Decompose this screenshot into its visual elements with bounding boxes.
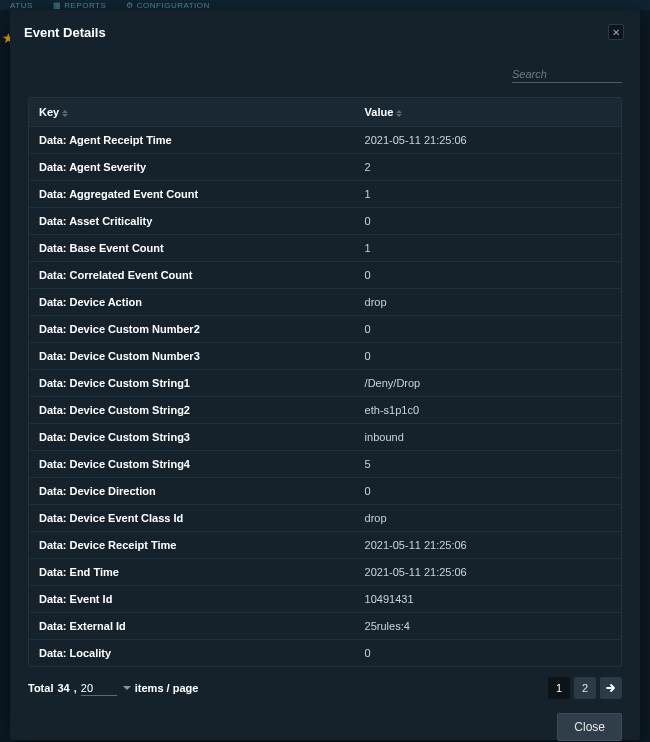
table-row: Data: Device Custom String3inbound: [29, 424, 621, 451]
close-button[interactable]: Close: [557, 713, 622, 741]
table-row: Data: Agent Receipt Time2021-05-11 21:25…: [29, 127, 621, 154]
row-key: Data: Event Id: [29, 586, 355, 613]
row-key: Data: Asset Criticality: [29, 208, 355, 235]
row-key: Data: Agent Severity: [29, 154, 355, 181]
row-key: Data: Device Custom String1: [29, 370, 355, 397]
nav-reports[interactable]: ▦ REPORTS: [53, 1, 107, 10]
row-value: 2: [355, 154, 621, 181]
table-row: Data: Device Custom String1/Deny/Drop: [29, 370, 621, 397]
row-key: Data: Locality: [29, 640, 355, 667]
page-size-select[interactable]: [81, 681, 117, 696]
row-value: 0: [355, 208, 621, 235]
page-button-1[interactable]: 1: [548, 677, 570, 699]
table-row: Data: Correlated Event Count0: [29, 262, 621, 289]
row-key: Data: Device Direction: [29, 478, 355, 505]
table-row: Data: Device Actiondrop: [29, 289, 621, 316]
close-icon[interactable]: ✕: [608, 24, 624, 40]
row-value: 0: [355, 640, 621, 667]
row-key: Data: Device Receipt Time: [29, 532, 355, 559]
nav-configuration[interactable]: ⚙ CONFIGURATION: [126, 1, 210, 10]
event-details-table: Key Value Data: Agent Receipt Time2021-0…: [28, 97, 622, 667]
row-key: Data: Device Custom Number3: [29, 343, 355, 370]
table-row: Data: Agent Severity2: [29, 154, 621, 181]
table-row: Data: External Id25rules:4: [29, 613, 621, 640]
table-row: Data: Asset Criticality0: [29, 208, 621, 235]
row-value: inbound: [355, 424, 621, 451]
row-value: 2021-05-11 21:25:06: [355, 559, 621, 586]
chevron-down-icon[interactable]: [123, 686, 131, 690]
page-button-2[interactable]: 2: [574, 677, 596, 699]
table-row: Data: Base Event Count1: [29, 235, 621, 262]
row-key: Data: Device Custom String4: [29, 451, 355, 478]
table-row: Data: Device Receipt Time2021-05-11 21:2…: [29, 532, 621, 559]
background-nav: ATUS ▦ REPORTS ⚙ CONFIGURATION: [0, 0, 650, 10]
row-value: 5: [355, 451, 621, 478]
table-row: Data: Device Custom String2eth-s1p1c0: [29, 397, 621, 424]
table-row: Data: End Time2021-05-11 21:25:06: [29, 559, 621, 586]
row-value: 0: [355, 343, 621, 370]
row-value: /Deny/Drop: [355, 370, 621, 397]
row-value: drop: [355, 505, 621, 532]
row-value: 0: [355, 316, 621, 343]
row-value: 0: [355, 262, 621, 289]
row-value: 1: [355, 235, 621, 262]
row-key: Data: Device Custom String2: [29, 397, 355, 424]
row-key: Data: Device Custom String3: [29, 424, 355, 451]
table-row: Data: Aggregated Event Count1: [29, 181, 621, 208]
event-details-modal: Event Details ✕ Key Value Data: Agent Re…: [10, 10, 640, 740]
table-row: Data: Event Id10491431: [29, 586, 621, 613]
row-key: Data: Device Custom Number2: [29, 316, 355, 343]
sort-icon[interactable]: [396, 110, 402, 117]
modal-title: Event Details: [24, 25, 106, 40]
table-row: Data: Device Custom Number20: [29, 316, 621, 343]
row-value: 0: [355, 478, 621, 505]
table-row: Data: Device Direction0: [29, 478, 621, 505]
row-key: Data: Correlated Event Count: [29, 262, 355, 289]
table-row: Data: Device Custom String45: [29, 451, 621, 478]
arrow-right-icon: [606, 683, 616, 693]
row-value: eth-s1p1c0: [355, 397, 621, 424]
row-value: drop: [355, 289, 621, 316]
row-key: Data: Base Event Count: [29, 235, 355, 262]
row-key: Data: Aggregated Event Count: [29, 181, 355, 208]
table-row: Data: Device Custom Number30: [29, 343, 621, 370]
table-row: Data: Device Event Class Iddrop: [29, 505, 621, 532]
pagination-summary: Total 34, items / page: [28, 681, 198, 696]
sort-icon[interactable]: [62, 110, 68, 117]
row-value: 2021-05-11 21:25:06: [355, 127, 621, 154]
row-key: Data: External Id: [29, 613, 355, 640]
column-header-value[interactable]: Value: [355, 98, 621, 127]
next-page-button[interactable]: [600, 677, 622, 699]
row-value: 10491431: [355, 586, 621, 613]
table-row: Data: Locality0: [29, 640, 621, 667]
row-key: Data: Device Event Class Id: [29, 505, 355, 532]
pager: 12: [548, 677, 622, 699]
row-key: Data: End Time: [29, 559, 355, 586]
row-key: Data: Device Action: [29, 289, 355, 316]
column-header-key[interactable]: Key: [29, 98, 355, 127]
row-value: 2021-05-11 21:25:06: [355, 532, 621, 559]
row-value: 25rules:4: [355, 613, 621, 640]
search-input[interactable]: [512, 66, 622, 83]
row-key: Data: Agent Receipt Time: [29, 127, 355, 154]
nav-status[interactable]: ATUS: [10, 1, 33, 10]
row-value: 1: [355, 181, 621, 208]
